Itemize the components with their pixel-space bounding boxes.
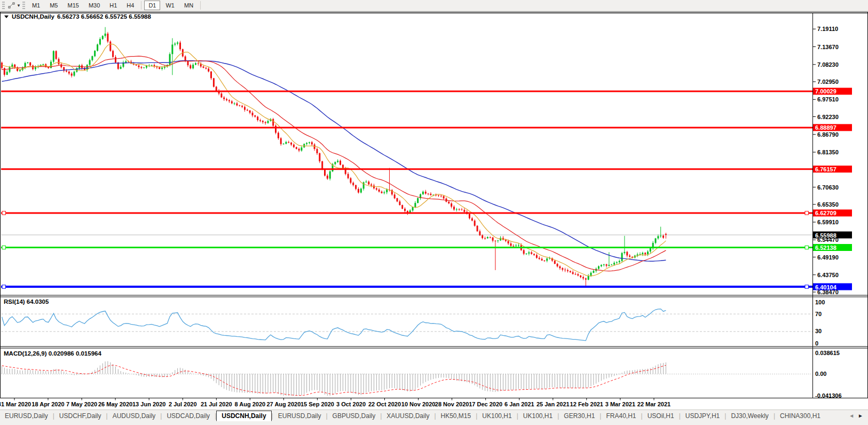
date-tick-label: 22 Mar 2021	[637, 401, 670, 407]
candle	[337, 159, 338, 163]
price-axis[interactable]: 7.191107.136707.082307.029506.975106.922…	[812, 26, 852, 399]
chart-tab-uk100-h1[interactable]: UK100,H1	[518, 411, 557, 421]
timeframe-button-h1[interactable]: H1	[105, 1, 121, 10]
tab-scroll-right-icon[interactable]: ►	[858, 413, 863, 419]
rsi-axis-label: 30	[815, 328, 822, 334]
candle	[252, 111, 254, 117]
candle	[358, 187, 359, 194]
timeframe-button-mn[interactable]: MN	[180, 1, 198, 10]
chart-tab-ger30-h1[interactable]: GER30,H1	[559, 411, 599, 421]
candle	[660, 227, 661, 238]
price-chart-canvas[interactable]: 7.191107.136707.082307.029506.975106.922…	[0, 11, 868, 410]
candle	[487, 237, 488, 239]
candle	[497, 240, 499, 242]
candle	[109, 41, 111, 52]
date-tick-label: 10 Nov 2020	[401, 401, 436, 407]
time-axis[interactable]: 31 Mar 202018 Apr 20207 May 202026 May 2…	[0, 398, 670, 408]
timeframe-button-h4[interactable]: H4	[122, 1, 138, 10]
date-tick-label: 12 Feb 2021	[570, 401, 603, 407]
chart-window: 7.191107.136707.082307.029506.975106.922…	[0, 11, 868, 410]
date-tick-label: 17 Dec 2020	[469, 401, 502, 407]
macd-signal-line	[2, 365, 666, 396]
line-drag-handle[interactable]	[2, 211, 5, 215]
svg-text:6.55988: 6.55988	[815, 232, 837, 239]
tab-scroll-left-icon[interactable]: ◄	[849, 413, 854, 419]
date-tick-label: 21 Jul 2020	[201, 401, 232, 407]
chart-tab-xauusd-daily[interactable]: XAUUSD,Daily	[382, 411, 434, 421]
candle	[541, 257, 543, 261]
chart-tab-gbpusd-daily[interactable]: GBPUSD,Daily	[328, 411, 381, 421]
chart-tab-usdjpy-h1[interactable]: USDJPY,H1	[681, 411, 724, 421]
candle	[332, 163, 334, 172]
chart-tab-audusd-daily[interactable]: AUDUSD,Daily	[108, 411, 161, 421]
candle	[616, 261, 618, 264]
chart-tab-china300-h1[interactable]: CHINA300,H1	[775, 411, 825, 421]
chart-tab-eurusd-daily[interactable]: EURUSD,Daily	[0, 411, 53, 421]
candle	[601, 264, 602, 267]
timeframe-button-m15[interactable]: M15	[63, 1, 83, 10]
candle	[275, 124, 277, 135]
candle	[63, 67, 65, 73]
chart-tab-dj30-weekly[interactable]: DJ30,Weekly	[726, 411, 773, 421]
chart-tab-uk100-h1[interactable]: UK100,H1	[477, 411, 516, 421]
date-tick-label: 22 Oct 2020	[368, 401, 401, 407]
chart-tab-bar: EURUSD,Daily|USDCHF,Daily|AUDUSD,Daily|U…	[0, 410, 868, 421]
chart-title-quotes: 6.56273 6.56652 6.55725 6.55988	[57, 13, 151, 20]
chart-title-collapse-icon[interactable]	[4, 15, 9, 18]
candle	[120, 65, 122, 69]
candle	[471, 217, 473, 221]
candle	[89, 59, 91, 67]
chevron-down-icon: ▼	[17, 3, 21, 8]
line-drag-handle[interactable]	[805, 246, 808, 249]
svg-text:6.52138: 6.52138	[815, 245, 837, 251]
toolbar-grip-icon[interactable]	[22, 2, 25, 9]
timeframe-button-m30[interactable]: M30	[84, 1, 104, 10]
candle	[582, 276, 584, 280]
line-drag-handle[interactable]	[2, 285, 5, 288]
candle	[298, 147, 300, 152]
chart-tab-fra40-h1[interactable]: FRA40,H1	[601, 411, 641, 421]
candle	[624, 236, 625, 255]
timeframe-button-m1[interactable]: M1	[28, 1, 44, 10]
candle	[461, 208, 463, 210]
chart-tab-usoil-h1[interactable]: USOil,H1	[643, 411, 679, 421]
timeframe-button-d1[interactable]: D1	[144, 1, 160, 10]
timeframe-button-w1[interactable]: W1	[161, 1, 179, 10]
line-drag-handle[interactable]	[2, 246, 5, 249]
status-strip	[0, 421, 868, 425]
candle	[417, 198, 419, 203]
candle	[391, 189, 393, 196]
candle	[404, 207, 406, 212]
macd-indicator-label: MACD(12,26,9) 0.020986 0.015964	[4, 350, 101, 357]
candle	[352, 182, 354, 186]
chart-tab-usdcad-daily[interactable]: USDCAD,Daily	[162, 411, 215, 421]
candle	[29, 62, 31, 67]
date-tick-label: 25 Jan 2021	[536, 401, 570, 407]
line-drag-handle[interactable]	[805, 285, 808, 288]
candle	[143, 67, 145, 69]
candle	[355, 185, 357, 191]
candle	[637, 253, 638, 257]
date-tick-label: 28 Nov 2020	[435, 401, 469, 407]
toolbar-grip-icon[interactable]	[2, 2, 5, 9]
macd-axis-label: 0.00	[815, 371, 826, 377]
candle	[484, 237, 486, 240]
chart-tab-usdchf-daily[interactable]: USDCHF,Daily	[54, 411, 106, 421]
candle	[262, 120, 264, 124]
candle	[285, 141, 287, 145]
candle	[490, 237, 491, 239]
rsi-line	[2, 309, 666, 341]
tab-scroll-arrows: ◄►	[844, 413, 868, 419]
chart-tab-usdcnh-daily[interactable]: USDCNH,Daily	[216, 411, 271, 421]
candle	[381, 191, 383, 194]
line-drag-handle[interactable]	[805, 211, 808, 215]
candle	[6, 70, 8, 75]
candle	[365, 180, 367, 183]
candle	[231, 100, 233, 104]
candle	[234, 102, 235, 105]
chart-tools-icon[interactable]: ▼	[7, 1, 22, 10]
chart-tab-eurusd-daily[interactable]: EURUSD,Daily	[273, 411, 326, 421]
chart-tab-hk50-m15[interactable]: HK50,M15	[436, 411, 476, 421]
timeframe-button-m5[interactable]: M5	[45, 1, 62, 10]
candle	[164, 66, 165, 69]
